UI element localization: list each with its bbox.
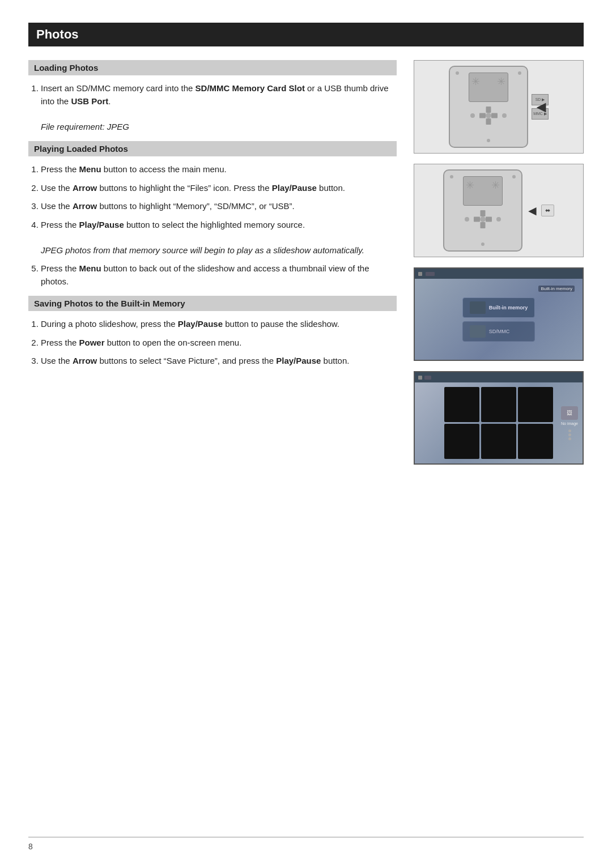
saving-step-2: Press the Power button to open the on-sc…	[41, 337, 397, 350]
page-title: Photos	[28, 23, 584, 46]
file-requirement-note: File requirement: JPEG	[41, 122, 129, 131]
playing-step-5: Press the Menu button to back out of the…	[41, 262, 397, 288]
loading-steps-list: Insert an SD/MMC memory card into the SD…	[28, 82, 397, 133]
playing-step-3: Use the Arrow buttons to highlight “Memo…	[41, 200, 397, 213]
playing-step-1: Press the Menu button to access the main…	[41, 163, 397, 176]
dot-2	[568, 433, 571, 436]
thumb-3	[518, 387, 553, 422]
saving-step-3: Use the Arrow buttons to select “Save Pi…	[41, 355, 397, 368]
thumbnail-grid	[440, 382, 557, 463]
no-image-icon: 🖼	[561, 406, 578, 420]
no-image-label: No image	[561, 422, 578, 426]
dot-1	[568, 429, 571, 432]
playing-loaded-photos-header: Playing Loaded Photos	[28, 141, 397, 156]
right-column: ✳ ✳	[414, 60, 584, 465]
playing-step-2: Use the Arrow buttons to highlight the “…	[41, 182, 397, 195]
screen-dot	[418, 272, 422, 276]
device-image-2: ✳ ✳	[414, 164, 584, 257]
loading-photos-header: Loading Photos	[28, 60, 397, 75]
screen-header-4	[415, 372, 583, 382]
thumb-2	[481, 387, 516, 422]
screen-content-3: Built-in memory SD/MMC Built-in memory	[415, 279, 583, 360]
dot-3	[568, 437, 571, 440]
saving-photos-header: Saving Photos to the Built-in Memory	[28, 296, 397, 311]
device-image-1: ✳ ✳	[414, 60, 584, 154]
screen-dot-4	[418, 376, 422, 380]
jpeg-note: JPEG photos from that memory source will…	[41, 245, 364, 255]
thumb-5	[481, 424, 516, 459]
no-image-panel: 🖼 No image	[561, 406, 578, 440]
saving-step-1: During a photo slideshow, press the Play…	[41, 318, 397, 331]
saving-steps-list: During a photo slideshow, press the Play…	[28, 318, 397, 368]
page-footer: 8	[28, 837, 584, 851]
thumb-4	[444, 424, 479, 459]
device-image-4: 🖼 No image	[414, 371, 584, 465]
thumb-6	[518, 424, 553, 459]
page-number: 8	[28, 842, 33, 851]
no-image-dots	[568, 429, 571, 440]
playing-steps-list: Press the Menu button to access the main…	[28, 163, 397, 288]
screen-header-3	[415, 269, 583, 279]
thumb-1	[444, 387, 479, 422]
left-column: Loading Photos Insert an SD/MMC memory c…	[28, 60, 397, 465]
built-in-memory-label: Built-in memory	[538, 286, 575, 292]
screen-content-4: 🖼 No image	[415, 382, 583, 463]
loading-step-1: Insert an SD/MMC memory card into the SD…	[41, 82, 397, 133]
device-image-3: Built-in memory SD/MMC Built-in memory	[414, 267, 584, 361]
playing-step-4: Press the Play/Pause button to select th…	[41, 219, 397, 257]
